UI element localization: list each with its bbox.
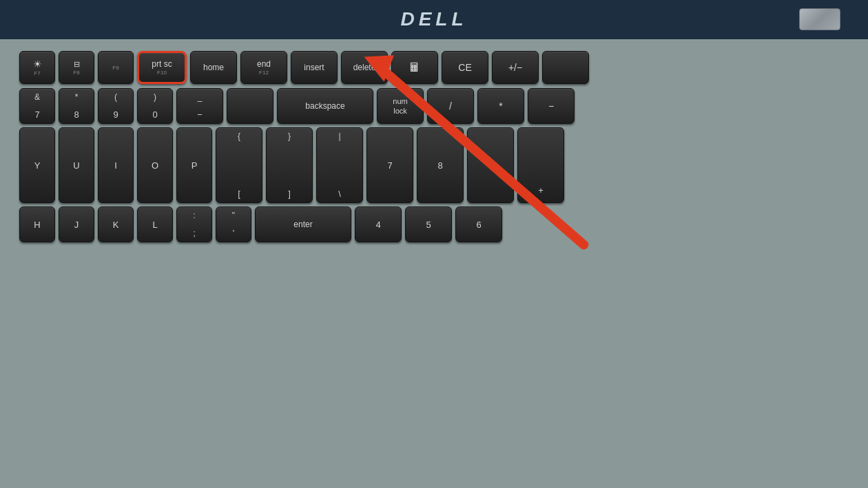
key-num5[interactable]: 5 bbox=[405, 206, 452, 242]
hjkl-row: H J K L : ; " ' enter 4 bbox=[19, 206, 849, 242]
laptop-body: DELL ☀ F7 ⊟ F bbox=[0, 0, 868, 488]
key-numpad-slash[interactable]: / bbox=[427, 88, 474, 124]
key-num9[interactable]: 9 bbox=[467, 127, 514, 203]
key-h[interactable]: H bbox=[19, 206, 55, 242]
key-f9[interactable]: F9 bbox=[98, 51, 134, 84]
keyboard-container: ☀ F7 ⊟ F8 F9 prt sc F10 home end F12 bbox=[0, 39, 868, 258]
key-calc[interactable]: 🖩 bbox=[391, 51, 438, 84]
top-bar: DELL bbox=[0, 0, 868, 39]
dell-logo-text: DELL bbox=[400, 8, 467, 30]
key-p[interactable]: P bbox=[176, 127, 212, 203]
key-openparen[interactable]: ( 9 bbox=[98, 88, 134, 124]
key-closeparen[interactable]: ) 0 bbox=[137, 88, 173, 124]
key-fn-blank[interactable] bbox=[542, 51, 589, 84]
key-asterisk8[interactable]: * 8 bbox=[59, 88, 94, 124]
key-openbrace[interactable]: { [ bbox=[216, 127, 262, 203]
key-num8[interactable]: 8 bbox=[417, 127, 464, 203]
key-colon[interactable]: : ; bbox=[176, 206, 212, 242]
key-y[interactable]: Y bbox=[19, 127, 55, 203]
key-numpad-star[interactable]: * bbox=[477, 88, 524, 124]
key-pipe[interactable]: | \ bbox=[316, 127, 363, 203]
key-numlock[interactable]: numlock bbox=[377, 88, 424, 124]
key-i[interactable]: I bbox=[98, 127, 134, 203]
dell-logo: DELL bbox=[400, 8, 467, 30]
key-plusminus[interactable]: +/− bbox=[492, 51, 539, 84]
key-closebrace[interactable]: } ] bbox=[266, 127, 313, 203]
key-f7[interactable]: ☀ F7 bbox=[19, 51, 55, 84]
key-num4[interactable]: 4 bbox=[355, 206, 402, 242]
key-prtsc[interactable]: prt sc F10 bbox=[137, 51, 187, 84]
fn-key-row: ☀ F7 ⊟ F8 F9 prt sc F10 home end F12 bbox=[19, 51, 849, 84]
power-button[interactable] bbox=[799, 8, 840, 30]
key-enter[interactable]: enter bbox=[255, 206, 351, 242]
key-u[interactable]: U bbox=[59, 127, 94, 203]
key-l[interactable]: L bbox=[137, 206, 173, 242]
key-f8[interactable]: ⊟ F8 bbox=[59, 51, 94, 84]
yuiop-row: Y U I O P { [ } ] | bbox=[19, 127, 849, 203]
key-num7[interactable]: 7 bbox=[366, 127, 413, 203]
key-insert[interactable]: insert bbox=[291, 51, 338, 84]
key-backspace[interactable]: backspace bbox=[277, 88, 373, 124]
key-ampersand[interactable]: & 7 bbox=[19, 88, 55, 124]
key-blank-row2[interactable] bbox=[227, 88, 273, 124]
key-j[interactable]: J bbox=[59, 206, 94, 242]
key-end[interactable]: end F12 bbox=[240, 51, 287, 84]
key-k[interactable]: K bbox=[98, 206, 134, 242]
key-home[interactable]: home bbox=[190, 51, 237, 84]
key-quote[interactable]: " ' bbox=[216, 206, 251, 242]
key-numpad-minus[interactable]: − bbox=[528, 88, 575, 124]
key-ce[interactable]: CE bbox=[442, 51, 488, 84]
key-underscore[interactable]: _ − bbox=[176, 88, 223, 124]
key-num6[interactable]: 6 bbox=[455, 206, 502, 242]
key-delete[interactable]: delete bbox=[341, 51, 388, 84]
key-o[interactable]: O bbox=[137, 127, 173, 203]
key-numpad-plus[interactable]: + bbox=[517, 127, 564, 203]
number-row: & 7 * 8 ( 9 ) 0 _ − backspace bbox=[19, 88, 849, 124]
